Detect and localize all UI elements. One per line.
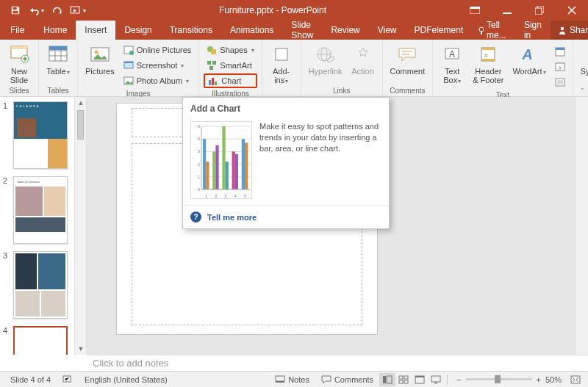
scroll-down-icon[interactable]: ▼ bbox=[75, 343, 87, 355]
minimize-icon[interactable] bbox=[491, 0, 523, 21]
scroll-up-icon[interactable]: ▲ bbox=[75, 97, 87, 109]
tab-transitions[interactable]: Transitions bbox=[161, 21, 221, 40]
svg-text:2: 2 bbox=[198, 162, 201, 167]
tell-me-search[interactable]: Tell me... bbox=[472, 20, 515, 40]
group-slides-label: Slides bbox=[3, 87, 35, 96]
svg-rect-25 bbox=[212, 61, 216, 65]
thumbnail-4-preview bbox=[13, 326, 68, 355]
slide-thumbnails-pane[interactable]: 1 C A L A M B A 2 Table of Contents bbox=[0, 97, 75, 355]
object-button[interactable] bbox=[552, 75, 568, 90]
tab-slideshow[interactable]: Slide Show bbox=[282, 21, 322, 40]
svg-rect-65 bbox=[212, 151, 215, 189]
header-footer-button[interactable]: # Header & Footer bbox=[468, 41, 508, 86]
zoom-in-icon[interactable]: + bbox=[537, 375, 541, 384]
slide-number-button[interactable]: # bbox=[552, 59, 568, 74]
redo-icon[interactable] bbox=[47, 1, 66, 19]
thumbnails-scrollbar[interactable]: ▲ ▼ bbox=[75, 97, 87, 355]
close-icon[interactable] bbox=[556, 0, 588, 21]
object-icon bbox=[555, 77, 565, 87]
action-button[interactable]: Action bbox=[347, 41, 379, 77]
svg-rect-89 bbox=[415, 376, 424, 377]
thumbnail-2[interactable]: 2 Table of Contents bbox=[3, 176, 71, 244]
smartart-label: SmartArt bbox=[220, 61, 251, 70]
header-footer-icon: # bbox=[476, 43, 500, 66]
svg-point-33 bbox=[326, 56, 334, 63]
online-pictures-button[interactable]: Online Pictures bbox=[121, 43, 195, 57]
tab-insert[interactable]: Insert bbox=[76, 21, 115, 40]
date-time-button[interactable] bbox=[552, 44, 568, 59]
notes-pane[interactable]: Click to add notes bbox=[87, 355, 588, 371]
tab-home[interactable]: Home bbox=[35, 21, 76, 40]
comment-label: Comment bbox=[390, 67, 426, 76]
svg-text:1: 1 bbox=[205, 194, 208, 198]
photo-album-button[interactable]: Photo Album▾ bbox=[121, 73, 195, 88]
zoom-value[interactable]: 50% bbox=[545, 375, 562, 384]
svg-point-16 bbox=[94, 51, 98, 54]
symbols-label: Symbols bbox=[581, 67, 588, 76]
shapes-label: Shapes bbox=[220, 46, 247, 54]
zoom-slider[interactable] bbox=[466, 378, 532, 380]
sign-in-link[interactable]: Sign in bbox=[518, 20, 548, 40]
addins-button[interactable]: Add- ins▾ bbox=[265, 41, 298, 87]
hyperlink-button[interactable]: Hyperlink bbox=[304, 41, 347, 77]
tab-review[interactable]: Review bbox=[322, 21, 368, 40]
svg-text:5: 5 bbox=[198, 124, 201, 129]
undo-icon[interactable]: ▾ bbox=[26, 1, 46, 19]
spell-check-icon[interactable] bbox=[57, 375, 79, 384]
save-icon[interactable] bbox=[6, 1, 25, 19]
date-time-icon bbox=[555, 46, 565, 57]
thumbnail-3[interactable]: 3 bbox=[3, 251, 71, 319]
svg-text:#: # bbox=[559, 65, 562, 70]
ribbon-display-icon[interactable] bbox=[459, 0, 491, 21]
svg-rect-38 bbox=[481, 59, 495, 61]
tab-file[interactable]: File bbox=[0, 21, 35, 40]
share-button[interactable]: Share bbox=[551, 21, 588, 40]
symbols-button[interactable]: Ω Symbols▾ bbox=[576, 41, 588, 78]
pictures-button[interactable]: Pictures bbox=[81, 41, 119, 77]
group-links: Hyperlink Action Links bbox=[301, 40, 383, 96]
help-icon: ? bbox=[190, 211, 201, 223]
start-from-beginning-icon[interactable]: ▾ bbox=[68, 1, 87, 19]
new-slide-label: New Slide bbox=[10, 67, 28, 84]
slide-counter[interactable]: Slide 4 of 4 bbox=[4, 375, 57, 384]
notes-toggle[interactable]: Notes bbox=[269, 375, 315, 384]
svg-text:5: 5 bbox=[244, 194, 247, 198]
screenshot-button[interactable]: Screenshot▾ bbox=[121, 58, 195, 73]
slide-sorter-icon[interactable] bbox=[395, 373, 412, 386]
normal-view-icon[interactable] bbox=[379, 373, 395, 386]
title-bar: ▾ ▾ Furniture.pptx - PowerPoint bbox=[0, 0, 588, 21]
comment-button[interactable]: Comment bbox=[386, 41, 430, 77]
zoom-slider-thumb[interactable] bbox=[495, 375, 501, 383]
stage-scrollbar[interactable] bbox=[576, 97, 588, 355]
scroll-thumb[interactable] bbox=[77, 110, 84, 140]
comments-toggle[interactable]: Comments bbox=[315, 375, 379, 384]
thumbnail-4[interactable]: 4 bbox=[3, 326, 71, 355]
language-status[interactable]: English (United States) bbox=[79, 375, 173, 384]
table-button[interactable]: Table▾ bbox=[42, 41, 74, 78]
collapse-ribbon-icon[interactable]: ⌃ bbox=[579, 87, 585, 95]
reading-view-icon[interactable] bbox=[412, 373, 428, 386]
wordart-button[interactable]: A WordArt▾ bbox=[508, 41, 550, 78]
tab-view[interactable]: View bbox=[369, 21, 406, 40]
tab-pdfelement[interactable]: PDFelement bbox=[406, 21, 473, 40]
text-box-button[interactable]: A Text Box▾ bbox=[436, 41, 468, 87]
new-slide-button[interactable]: New Slide bbox=[3, 41, 35, 86]
tab-design[interactable]: Design bbox=[115, 21, 160, 40]
smartart-button[interactable]: SmartArt bbox=[204, 58, 257, 73]
shapes-button[interactable]: Shapes▾ bbox=[204, 43, 257, 57]
svg-rect-6 bbox=[535, 8, 542, 15]
tab-animations[interactable]: Animations bbox=[221, 21, 282, 40]
chart-button[interactable]: Chart bbox=[204, 73, 257, 88]
svg-rect-30 bbox=[276, 48, 287, 60]
zoom-out-icon[interactable]: − bbox=[456, 375, 461, 384]
restore-icon[interactable] bbox=[523, 0, 556, 21]
fit-to-window-icon[interactable] bbox=[567, 373, 584, 386]
svg-rect-69 bbox=[226, 162, 229, 189]
thumbnail-1[interactable]: 1 C A L A M B A bbox=[3, 101, 71, 169]
svg-text:3: 3 bbox=[224, 194, 227, 198]
svg-rect-82 bbox=[383, 376, 386, 383]
svg-rect-84 bbox=[399, 376, 403, 379]
svg-rect-42 bbox=[556, 48, 564, 50]
tell-me-more-link[interactable]: ? Tell me more bbox=[183, 205, 389, 228]
slideshow-view-icon[interactable] bbox=[428, 373, 444, 386]
